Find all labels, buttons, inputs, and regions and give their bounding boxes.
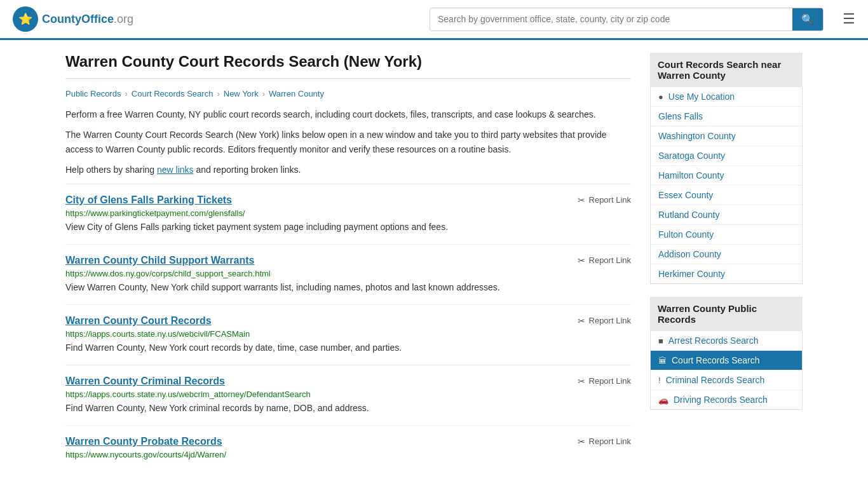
sidebar-item-herkimer-county[interactable]: Herkimer County [651,264,802,283]
sidebar-link-court-records[interactable]: Court Records Search [672,355,760,365]
sidebar-link-fulton-county[interactable]: Fulton County [658,229,714,240]
search-bar: 🔍 [430,8,824,31]
report-icon: ✂ [578,255,585,266]
sidebar-link-hamilton-county[interactable]: Hamilton County [658,170,724,180]
report-icon: ✂ [578,195,585,205]
description-1: Perform a free Warren County, NY public … [65,107,631,121]
court-icon: 🏛 [658,356,667,365]
sidebar-nearby-section: Court Records Search near Warren County … [650,53,803,284]
sidebar-records-heading: Warren County Public Records [650,297,803,331]
report-icon: ✂ [578,437,585,447]
menu-icon[interactable]: ☰ [843,11,855,27]
sidebar-link-criminal-records[interactable]: Criminal Records Search [666,375,765,385]
sidebar-item-washington-county[interactable]: Washington County [651,126,802,146]
result-desc: View City of Glens Falls parking ticket … [65,220,631,234]
sidebar-item-driving-records[interactable]: 🚗 Driving Records Search [651,390,802,409]
breadcrumb-public-records[interactable]: Public Records [65,89,121,98]
sidebar-item-essex-county[interactable]: Essex County [651,186,802,205]
sidebar-link-use-location[interactable]: Use My Location [668,92,735,102]
search-input[interactable] [430,9,792,29]
result-list: City of Glens Falls Parking Tickets ✂ Re… [65,184,631,472]
report-icon: ✂ [578,376,585,386]
result-desc: Find Warren County, New York court recor… [65,341,631,355]
report-link-btn[interactable]: ✂ Report Link [578,195,631,205]
breadcrumb-court-records-search[interactable]: Court Records Search [132,89,214,98]
sidebar-link-washington-county[interactable]: Washington County [658,131,736,141]
description-3: Help others by sharing new links and rep… [65,163,631,177]
result-desc: View Warren County, New York child suppo… [65,281,631,294]
site-logo[interactable]: ⭐ CountyOffice.org [13,6,133,32]
result-title[interactable]: Warren County Probate Records [65,436,222,447]
sidebar-link-arrest-records[interactable]: Arrest Records Search [668,336,759,346]
result-item: Warren County Probate Records ✂ Report L… [65,425,631,472]
logo-text: CountyOffice.org [42,13,133,26]
report-link-btn[interactable]: ✂ Report Link [578,376,631,386]
site-header: ⭐ CountyOffice.org 🔍 ☰ [0,0,868,40]
result-url[interactable]: https://www.dos.ny.gov/corps/child_suppo… [65,269,631,278]
result-item: City of Glens Falls Parking Tickets ✂ Re… [65,184,631,244]
sidebar: Court Records Search near Warren County … [650,53,803,472]
sidebar-item-fulton-county[interactable]: Fulton County [651,225,802,245]
main-container: Warren County Court Records Search (New … [53,40,815,485]
result-title[interactable]: Warren County Court Records [65,315,212,327]
result-title[interactable]: City of Glens Falls Parking Tickets [65,194,232,206]
page-title: Warren County Court Records Search (New … [65,53,631,79]
sidebar-records-section: Warren County Public Records ■ Arrest Re… [650,297,803,410]
main-content: Warren County Court Records Search (New … [65,53,631,472]
report-icon: ✂ [578,316,585,326]
result-desc: Find Warren County, New York criminal re… [65,402,631,415]
sidebar-item-hamilton-county[interactable]: Hamilton County [651,166,802,186]
criminal-icon: ! [658,376,661,385]
sidebar-link-herkimer-county[interactable]: Herkimer County [658,269,725,279]
sidebar-link-rutland-county[interactable]: Rutland County [658,210,720,220]
result-title[interactable]: Warren County Child Support Warrants [65,255,254,266]
result-item: Warren County Criminal Records ✂ Report … [65,365,631,425]
breadcrumb: Public Records › Court Records Search › … [65,89,631,98]
logo-icon: ⭐ [13,6,38,32]
result-url[interactable]: https://iapps.courts.state.ny.us/webcrim… [65,390,631,399]
arrest-icon: ■ [658,336,663,346]
report-link-btn[interactable]: ✂ Report Link [578,316,631,326]
new-links-link[interactable]: new links [157,165,194,175]
report-link-btn[interactable]: ✂ Report Link [578,255,631,266]
sidebar-link-essex-county[interactable]: Essex County [658,190,713,200]
result-url[interactable]: https://iapps.courts.state.ny.us/webcivi… [65,329,631,339]
report-link-btn[interactable]: ✂ Report Link [578,437,631,447]
result-url[interactable]: https://www.parkingticketpayment.com/gle… [65,208,631,218]
sidebar-nearby-heading: Court Records Search near Warren County [650,53,803,87]
sidebar-item-addison-county[interactable]: Addison County [651,245,802,264]
sidebar-link-saratoga-county[interactable]: Saratoga County [658,151,725,161]
sidebar-item-rutland-county[interactable]: Rutland County [651,205,802,225]
breadcrumb-new-york[interactable]: New York [224,89,259,98]
sidebar-item-arrest-records[interactable]: ■ Arrest Records Search [651,331,802,351]
result-item: Warren County Child Support Warrants ✂ R… [65,244,631,304]
sidebar-link-glens-falls[interactable]: Glens Falls [658,111,703,121]
sidebar-item-criminal-records[interactable]: ! Criminal Records Search [651,370,802,390]
sidebar-link-addison-county[interactable]: Addison County [658,249,721,259]
breadcrumb-warren-county[interactable]: Warren County [269,89,324,98]
description-2: The Warren County Court Records Search (… [65,128,631,156]
sidebar-item-use-location[interactable]: ● Use My Location [651,87,802,107]
sidebar-records-list: ■ Arrest Records Search 🏛 Court Records … [650,331,803,410]
result-title[interactable]: Warren County Criminal Records [65,376,225,387]
sidebar-link-driving-records[interactable]: Driving Records Search [674,395,768,405]
result-url[interactable]: https://www.nycourts.gov/courts/4jd/Warr… [65,450,631,459]
search-button[interactable]: 🔍 [792,8,823,30]
sidebar-item-glens-falls[interactable]: Glens Falls [651,107,802,126]
sidebar-nearby-list: ● Use My Location Glens Falls Washington… [650,87,803,284]
result-item: Warren County Court Records ✂ Report Lin… [65,304,631,365]
location-dot-icon: ● [658,92,663,102]
sidebar-item-saratoga-county[interactable]: Saratoga County [651,146,802,166]
sidebar-item-court-records[interactable]: 🏛 Court Records Search [651,351,802,370]
driving-icon: 🚗 [658,395,668,405]
